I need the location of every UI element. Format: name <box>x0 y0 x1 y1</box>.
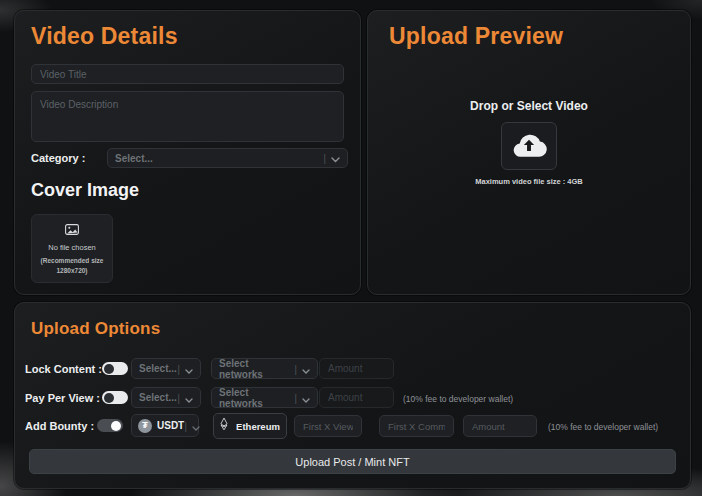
pay-per-view-fee-note: (10% fee to developer wallet) <box>403 394 513 404</box>
select-tail: | <box>184 417 200 435</box>
pay-per-view-token-select[interactable]: Select... | <box>131 387 201 408</box>
category-label: Category : <box>31 152 85 164</box>
lock-content-toggle[interactable] <box>102 362 128 375</box>
chevron-down-icon <box>185 360 193 378</box>
select-value: Select... <box>139 363 177 374</box>
video-title-input[interactable] <box>31 64 344 84</box>
bounty-token-select[interactable]: ₮ USDT | <box>131 414 199 437</box>
add-bounty-toggle[interactable] <box>97 419 123 432</box>
select-divider: | <box>294 392 297 404</box>
select-divider: | <box>184 420 187 432</box>
select-tail: | <box>323 149 340 167</box>
recommended-size-line1: (Recommended size <box>41 256 104 266</box>
upload-options-panel: Upload Options Lock Content : Select... … <box>14 302 691 489</box>
usdt-token-icon: ₮ <box>138 419 152 433</box>
lock-content-amount-input[interactable] <box>319 358 394 379</box>
bounty-amount-input[interactable] <box>463 415 537 437</box>
video-upload-button[interactable] <box>501 122 557 170</box>
recommended-size-line2: 1280x720) <box>41 266 104 276</box>
select-tail: | <box>177 360 193 378</box>
pay-per-view-toggle[interactable] <box>102 391 128 404</box>
select-divider: | <box>294 363 297 375</box>
upload-preview-panel: Upload Preview Drop or Select Video Maxi… <box>367 10 691 295</box>
toggle-knob <box>104 364 114 374</box>
lock-content-label: Lock Content : <box>25 363 102 375</box>
submit-button-label: Upload Post / Mint NFT <box>295 456 409 468</box>
add-bounty-label: Add Bounty : <box>25 420 94 432</box>
drop-or-select-label: Drop or Select Video <box>368 99 690 113</box>
upload-page: Video Details Category : Select... | Cov… <box>0 0 702 496</box>
chevron-down-icon <box>192 417 200 435</box>
select-divider: | <box>177 392 180 404</box>
chevron-down-icon <box>331 149 340 167</box>
no-file-chosen-text: No file chosen <box>48 243 96 252</box>
toggle-knob <box>104 393 114 403</box>
first-x-commenters-input[interactable] <box>379 415 454 437</box>
pay-per-view-label: Pay Per View : <box>25 392 100 404</box>
chevron-down-icon <box>302 389 310 407</box>
bounty-fee-note: (10% fee to developer wallet) <box>548 422 658 432</box>
cover-image-heading: Cover Image <box>31 180 139 201</box>
ethereum-icon <box>220 417 228 435</box>
select-divider: | <box>323 152 326 164</box>
chevron-down-icon <box>302 360 310 378</box>
select-tail: | <box>294 360 310 378</box>
recommended-size-text: (Recommended size 1280x720) <box>41 256 104 276</box>
chevron-down-icon <box>185 389 193 407</box>
cover-image-upload-box[interactable]: No file chosen (Recommended size 1280x72… <box>31 214 113 283</box>
select-value: Select networks <box>219 387 294 409</box>
token-label: USDT <box>157 420 184 431</box>
select-divider: | <box>177 363 180 375</box>
token-option: ₮ USDT <box>138 419 184 433</box>
pay-per-view-network-select[interactable]: Select networks | <box>211 387 318 408</box>
select-value: Select... <box>139 392 177 403</box>
ethereum-network-button[interactable]: Ethereum <box>213 413 287 439</box>
upload-post-mint-nft-button[interactable]: Upload Post / Mint NFT <box>29 449 676 474</box>
select-value: Select networks <box>219 358 294 380</box>
toggle-knob <box>111 421 121 431</box>
video-details-heading: Video Details <box>31 23 178 50</box>
video-description-input[interactable] <box>31 91 344 142</box>
cloud-upload-icon <box>511 131 547 161</box>
category-select-value: Select... <box>115 153 153 164</box>
video-drop-zone: Drop or Select Video Maximum video file … <box>368 99 690 186</box>
pay-per-view-amount-input[interactable] <box>319 387 394 408</box>
lock-content-token-select[interactable]: Select... | <box>131 358 201 379</box>
first-x-viewers-input[interactable] <box>294 415 362 437</box>
ethereum-label: Ethereum <box>236 421 280 432</box>
image-icon <box>65 221 79 239</box>
upload-options-heading: Upload Options <box>31 319 160 339</box>
video-details-panel: Video Details Category : Select... | Cov… <box>14 10 361 295</box>
lock-content-network-select[interactable]: Select networks | <box>211 358 318 379</box>
upload-preview-heading: Upload Preview <box>389 23 563 50</box>
category-select[interactable]: Select... | <box>107 148 348 168</box>
max-file-size-note: Maximum video file size : 4GB <box>368 177 690 186</box>
select-tail: | <box>177 389 193 407</box>
select-tail: | <box>294 389 310 407</box>
